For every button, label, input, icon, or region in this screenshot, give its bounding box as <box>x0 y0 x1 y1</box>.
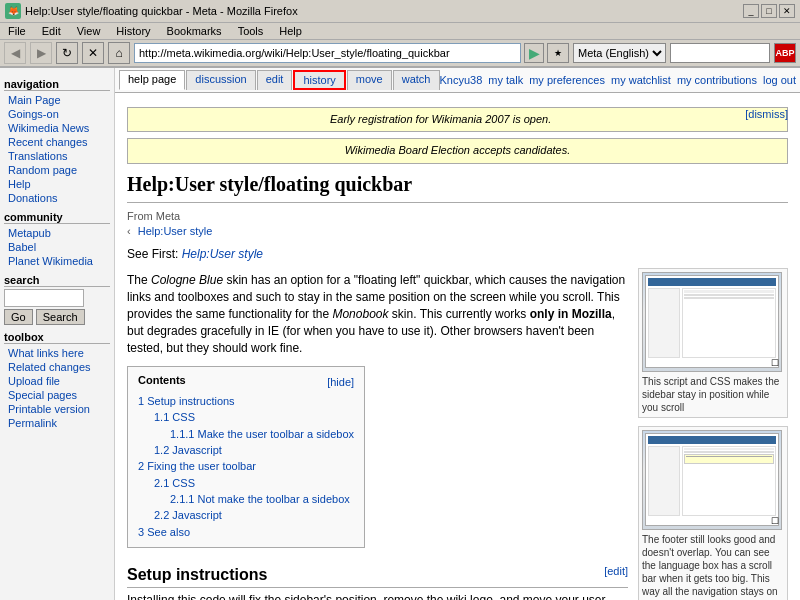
stop-button[interactable]: ✕ <box>82 42 104 64</box>
toc-item-2-1: 2.1 CSS <box>154 476 354 491</box>
toc-link-2-1-1[interactable]: 2.1.1 Not make the toolbar a sidebox <box>170 493 350 505</box>
forward-button[interactable]: ▶ <box>30 42 52 64</box>
view-menu[interactable]: View <box>73 24 105 38</box>
sidebar-link-help[interactable]: Help <box>4 177 110 191</box>
toc-link-1-1[interactable]: 1.1 CSS <box>154 411 195 423</box>
nav-bar: ◀ ▶ ↻ ✕ ⌂ ▶ ★ Meta (English) ABP <box>0 40 800 67</box>
dismiss-link[interactable]: [dismiss] <box>745 107 788 122</box>
toc-link-2-2[interactable]: 2.2 Javascript <box>154 509 222 521</box>
tab-help-page[interactable]: help page <box>119 70 185 90</box>
sidebar-link-recentchanges[interactable]: Recent changes <box>4 135 110 149</box>
refresh-button[interactable]: ↻ <box>56 42 78 64</box>
window-title: Help:User style/floating quickbar - Meta… <box>25 5 298 17</box>
toc-item-2-1-1: 2.1.1 Not make the toolbar a sidebox <box>170 492 354 507</box>
user-link-watchlist[interactable]: my watchlist <box>611 74 671 86</box>
sidebar-link-printable[interactable]: Printable version <box>4 402 110 416</box>
toc-link-2-1[interactable]: 2.1 CSS <box>154 477 195 489</box>
sidebar-link-uploadfile[interactable]: Upload file <box>4 374 110 388</box>
sidebar-link-metapub[interactable]: Metapub <box>4 226 110 240</box>
thumb-image-1: ☐ <box>642 272 782 372</box>
tab-edit[interactable]: edit <box>257 70 293 90</box>
content-area: help page discussion edit history move w… <box>115 68 800 600</box>
title-bar: 🦊 Help:User style/floating quickbar - Me… <box>0 0 800 23</box>
edit-menu[interactable]: Edit <box>38 24 65 38</box>
notice-1: Early registration for Wikimania 2007 is… <box>127 107 788 132</box>
toc-item-1: 1 Setup instructions <box>138 394 354 409</box>
user-tabs-bar: help page discussion edit history move w… <box>115 68 800 93</box>
browser-search-input[interactable] <box>670 43 770 63</box>
sidebar-link-whatlinkshere[interactable]: What links here <box>4 346 110 360</box>
toc-item-2: 2 Fixing the user toolbar <box>138 459 354 474</box>
tab-watch[interactable]: watch <box>393 70 440 90</box>
see-first: See First: Help:User style <box>127 246 788 263</box>
go-arrow-button[interactable]: ▶ <box>524 43 544 63</box>
sidebar-link-babel[interactable]: Babel <box>4 240 110 254</box>
browser-icon: 🦊 <box>5 3 21 19</box>
bookmark-icon[interactable]: ★ <box>547 43 569 63</box>
search-buttons: Go Search <box>4 309 110 325</box>
search-box: Go Search <box>4 289 110 325</box>
thumb-2-enlarge-icon[interactable]: ☐ <box>771 515 779 528</box>
sidebar-link-randompage[interactable]: Random page <box>4 163 110 177</box>
search-search-button[interactable]: Search <box>36 309 85 325</box>
wiki-content: [dismiss] Early registration for Wikiman… <box>115 93 800 600</box>
search-go-button[interactable]: Go <box>4 309 33 325</box>
setup-edit-link[interactable]: [edit] <box>604 564 628 586</box>
sidebar-link-relatedchanges[interactable]: Related changes <box>4 360 110 374</box>
adblock-button[interactable]: ABP <box>774 43 796 63</box>
tab-move[interactable]: move <box>347 70 392 90</box>
maximize-button[interactable]: □ <box>761 4 777 18</box>
tab-history[interactable]: history <box>293 70 345 90</box>
sidebar-link-goingson[interactable]: Goings-on <box>4 107 110 121</box>
user-link-logout[interactable]: log out <box>763 74 796 86</box>
toc-item-3: 3 See also <box>138 525 354 540</box>
toc-item-1-1: 1.1 CSS <box>154 410 354 425</box>
sidebar-link-specialpages[interactable]: Special pages <box>4 388 110 402</box>
sidebar-link-donations[interactable]: Donations <box>4 191 110 205</box>
sidebar-link-planetwikimedia[interactable]: Planet Wikimedia <box>4 254 110 268</box>
sidebar-link-translations[interactable]: Translations <box>4 149 110 163</box>
toc-link-1-2[interactable]: 1.2 Javascript <box>154 444 222 456</box>
toc-hide-button[interactable]: [hide] <box>327 375 354 390</box>
text-area: The Cologne Blue skin has an option for … <box>127 268 628 600</box>
user-link-username[interactable]: Kncyu38 <box>440 74 483 86</box>
address-bar[interactable] <box>134 43 521 63</box>
bookmarks-menu[interactable]: Bookmarks <box>163 24 226 38</box>
toc-link-1-1-1[interactable]: 1.1.1 Make the user toolbar a sidebox <box>170 428 354 440</box>
image-area: ☐ This script and CSS makes the sidebar … <box>638 268 788 600</box>
intro-paragraph: The Cologne Blue skin has an option for … <box>127 272 628 356</box>
thumb-1-enlarge-icon[interactable]: ☐ <box>771 357 779 370</box>
sidebar-link-wikinews[interactable]: Wikimedia News <box>4 121 110 135</box>
close-button[interactable]: ✕ <box>779 4 795 18</box>
home-button[interactable]: ⌂ <box>108 42 130 64</box>
monobook-text: Monobook <box>332 307 388 321</box>
notices-area: [dismiss] Early registration for Wikiman… <box>127 107 788 164</box>
breadcrumb-link[interactable]: Help:User style <box>134 224 213 238</box>
history-menu[interactable]: History <box>112 24 154 38</box>
thumb-2-caption: The footer still looks good and doesn't … <box>642 533 784 600</box>
page-tabs: help page discussion edit history move w… <box>119 70 440 90</box>
menu-bar: File Edit View History Bookmarks Tools H… <box>0 23 800 40</box>
tab-discussion[interactable]: discussion <box>186 70 255 90</box>
help-menu[interactable]: Help <box>275 24 306 38</box>
minimize-button[interactable]: _ <box>743 4 759 18</box>
navigation-section-title: navigation <box>4 78 110 91</box>
toc-link-2[interactable]: 2 Fixing the user toolbar <box>138 460 256 472</box>
community-section-title: community <box>4 211 110 224</box>
search-input[interactable] <box>4 289 84 307</box>
sidebar-link-permalink[interactable]: Permalink <box>4 416 110 430</box>
sidebar-link-mainpage[interactable]: Main Page <box>4 93 110 107</box>
see-first-link[interactable]: Help:User style <box>182 247 263 261</box>
toc-link-1[interactable]: 1 Setup instructions <box>138 395 235 407</box>
user-link-preferences[interactable]: my preferences <box>529 74 605 86</box>
user-link-talk[interactable]: my talk <box>488 74 523 86</box>
toc-link-3[interactable]: 3 See also <box>138 526 190 538</box>
user-link-contributions[interactable]: my contributions <box>677 74 757 86</box>
sidebar: navigation Main Page Goings-on Wikimedia… <box>0 68 115 600</box>
tools-menu[interactable]: Tools <box>234 24 268 38</box>
notice-1-text: Early registration for Wikimania 2007 is… <box>330 113 551 125</box>
toolbox-section-title: toolbox <box>4 331 110 344</box>
search-engine-select[interactable]: Meta (English) <box>573 43 666 63</box>
back-button[interactable]: ◀ <box>4 42 26 64</box>
file-menu[interactable]: File <box>4 24 30 38</box>
